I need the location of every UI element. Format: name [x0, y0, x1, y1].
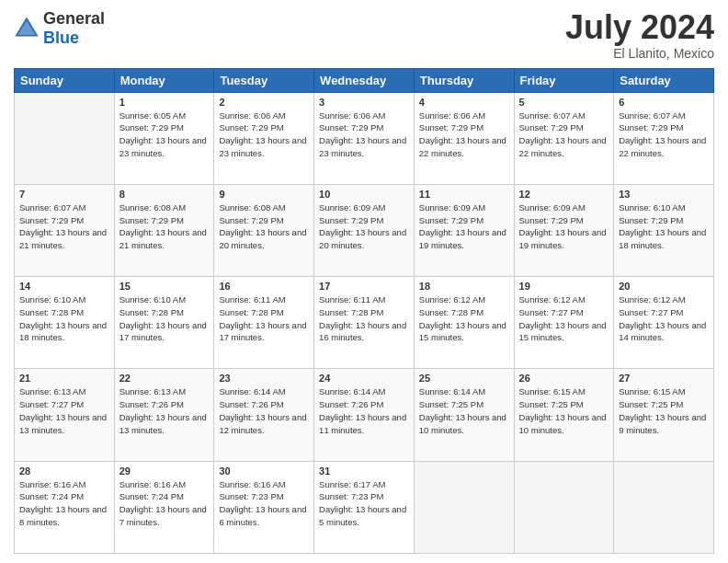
day-info: Sunrise: 6:11 AMSunset: 7:28 PMDaylight:…	[319, 293, 409, 344]
col-wednesday: Wednesday	[314, 68, 415, 92]
day-cell	[15, 92, 115, 184]
col-monday: Monday	[114, 68, 214, 92]
day-cell: 2Sunrise: 6:06 AMSunset: 7:29 PMDaylight…	[214, 92, 314, 184]
col-friday: Friday	[514, 68, 614, 92]
day-cell: 30Sunrise: 6:16 AMSunset: 7:23 PMDayligh…	[214, 461, 314, 553]
day-number: 10	[319, 189, 409, 200]
day-cell: 7Sunrise: 6:07 AMSunset: 7:29 PMDaylight…	[15, 184, 115, 276]
day-info: Sunrise: 6:15 AMSunset: 7:25 PMDaylight:…	[519, 385, 609, 436]
day-number: 25	[419, 373, 509, 384]
day-info: Sunrise: 6:13 AMSunset: 7:27 PMDaylight:…	[19, 385, 109, 436]
day-info: Sunrise: 6:13 AMSunset: 7:26 PMDaylight:…	[119, 385, 210, 436]
day-number: 14	[19, 281, 109, 292]
logo-general: General	[43, 9, 105, 28]
day-number: 31	[319, 465, 409, 477]
day-cell	[514, 461, 614, 553]
day-number: 17	[319, 281, 409, 292]
day-number: 26	[519, 373, 609, 384]
day-number: 23	[219, 373, 309, 384]
day-info: Sunrise: 6:08 AMSunset: 7:29 PMDaylight:…	[119, 201, 210, 252]
day-cell: 31Sunrise: 6:17 AMSunset: 7:23 PMDayligh…	[314, 461, 415, 553]
day-number: 18	[419, 281, 509, 292]
day-cell: 8Sunrise: 6:08 AMSunset: 7:29 PMDaylight…	[114, 184, 214, 276]
day-info: Sunrise: 6:12 AMSunset: 7:27 PMDaylight:…	[519, 293, 609, 344]
day-number: 24	[319, 373, 409, 384]
day-info: Sunrise: 6:14 AMSunset: 7:26 PMDaylight:…	[219, 385, 309, 436]
day-cell: 1Sunrise: 6:05 AMSunset: 7:29 PMDaylight…	[114, 92, 214, 184]
day-number: 9	[219, 189, 309, 200]
logo-icon	[14, 16, 40, 41]
day-cell: 11Sunrise: 6:09 AMSunset: 7:29 PMDayligh…	[414, 184, 514, 276]
day-cell: 3Sunrise: 6:06 AMSunset: 7:29 PMDaylight…	[314, 92, 415, 184]
day-number: 21	[19, 373, 109, 384]
col-saturday: Saturday	[614, 68, 714, 92]
location: El Llanito, Mexico	[565, 46, 714, 61]
day-number: 15	[119, 281, 210, 292]
day-cell	[614, 461, 714, 553]
day-info: Sunrise: 6:06 AMSunset: 7:29 PMDaylight:…	[419, 109, 509, 160]
day-cell: 10Sunrise: 6:09 AMSunset: 7:29 PMDayligh…	[314, 184, 415, 276]
header-row: Sunday Monday Tuesday Wednesday Thursday…	[15, 68, 714, 92]
logo: General Blue	[14, 9, 105, 48]
day-info: Sunrise: 6:08 AMSunset: 7:29 PMDaylight:…	[219, 201, 309, 252]
day-cell: 21Sunrise: 6:13 AMSunset: 7:27 PMDayligh…	[15, 369, 115, 461]
week-row-1: 1Sunrise: 6:05 AMSunset: 7:29 PMDaylight…	[15, 92, 714, 184]
day-info: Sunrise: 6:07 AMSunset: 7:29 PMDaylight:…	[619, 109, 709, 160]
day-cell: 18Sunrise: 6:12 AMSunset: 7:28 PMDayligh…	[414, 277, 514, 369]
day-number: 13	[619, 189, 709, 200]
day-info: Sunrise: 6:06 AMSunset: 7:29 PMDaylight:…	[219, 109, 309, 160]
day-number: 29	[119, 465, 210, 477]
col-sunday: Sunday	[15, 68, 115, 92]
day-info: Sunrise: 6:14 AMSunset: 7:25 PMDaylight:…	[419, 385, 509, 436]
day-cell: 5Sunrise: 6:07 AMSunset: 7:29 PMDaylight…	[514, 92, 614, 184]
week-row-4: 21Sunrise: 6:13 AMSunset: 7:27 PMDayligh…	[15, 369, 714, 461]
day-number: 7	[19, 189, 109, 200]
day-number: 27	[619, 373, 709, 384]
day-number: 4	[419, 97, 509, 108]
day-cell: 13Sunrise: 6:10 AMSunset: 7:29 PMDayligh…	[614, 184, 714, 276]
day-number: 1	[119, 97, 210, 108]
day-number: 3	[319, 97, 409, 108]
day-number: 22	[119, 373, 210, 384]
day-cell: 6Sunrise: 6:07 AMSunset: 7:29 PMDaylight…	[614, 92, 714, 184]
col-tuesday: Tuesday	[214, 68, 314, 92]
day-number: 20	[619, 281, 709, 292]
day-info: Sunrise: 6:12 AMSunset: 7:27 PMDaylight:…	[619, 293, 709, 344]
day-number: 2	[219, 97, 309, 108]
day-info: Sunrise: 6:16 AMSunset: 7:24 PMDaylight:…	[19, 478, 109, 529]
day-cell: 22Sunrise: 6:13 AMSunset: 7:26 PMDayligh…	[114, 369, 214, 461]
day-info: Sunrise: 6:07 AMSunset: 7:29 PMDaylight:…	[19, 201, 109, 252]
day-info: Sunrise: 6:14 AMSunset: 7:26 PMDaylight:…	[319, 385, 409, 436]
week-row-3: 14Sunrise: 6:10 AMSunset: 7:28 PMDayligh…	[15, 277, 714, 369]
day-number: 16	[219, 281, 309, 292]
day-cell	[414, 461, 514, 553]
day-number: 28	[19, 465, 109, 477]
day-info: Sunrise: 6:09 AMSunset: 7:29 PMDaylight:…	[519, 201, 609, 252]
day-info: Sunrise: 6:15 AMSunset: 7:25 PMDaylight:…	[619, 385, 709, 436]
week-row-5: 28Sunrise: 6:16 AMSunset: 7:24 PMDayligh…	[15, 461, 714, 553]
calendar-table: Sunday Monday Tuesday Wednesday Thursday…	[14, 68, 714, 554]
day-cell: 23Sunrise: 6:14 AMSunset: 7:26 PMDayligh…	[214, 369, 314, 461]
day-info: Sunrise: 6:07 AMSunset: 7:29 PMDaylight:…	[519, 109, 609, 160]
day-cell: 12Sunrise: 6:09 AMSunset: 7:29 PMDayligh…	[514, 184, 614, 276]
day-cell: 19Sunrise: 6:12 AMSunset: 7:27 PMDayligh…	[514, 277, 614, 369]
day-info: Sunrise: 6:11 AMSunset: 7:28 PMDaylight:…	[219, 293, 309, 344]
day-info: Sunrise: 6:10 AMSunset: 7:28 PMDaylight:…	[119, 293, 210, 344]
day-number: 8	[119, 189, 210, 200]
header: General Blue July 2024 El Llanito, Mexic…	[14, 9, 714, 61]
day-cell: 15Sunrise: 6:10 AMSunset: 7:28 PMDayligh…	[114, 277, 214, 369]
day-number: 12	[519, 189, 609, 200]
day-number: 5	[519, 97, 609, 108]
day-info: Sunrise: 6:10 AMSunset: 7:28 PMDaylight:…	[19, 293, 109, 344]
day-info: Sunrise: 6:06 AMSunset: 7:29 PMDaylight:…	[319, 109, 409, 160]
day-number: 11	[419, 189, 509, 200]
day-info: Sunrise: 6:12 AMSunset: 7:28 PMDaylight:…	[419, 293, 509, 344]
day-number: 19	[519, 281, 609, 292]
day-cell: 4Sunrise: 6:06 AMSunset: 7:29 PMDaylight…	[414, 92, 514, 184]
week-row-2: 7Sunrise: 6:07 AMSunset: 7:29 PMDaylight…	[15, 184, 714, 276]
day-cell: 14Sunrise: 6:10 AMSunset: 7:28 PMDayligh…	[15, 277, 115, 369]
calendar-page: General Blue July 2024 El Llanito, Mexic…	[0, 0, 728, 563]
day-cell: 25Sunrise: 6:14 AMSunset: 7:25 PMDayligh…	[414, 369, 514, 461]
day-cell: 24Sunrise: 6:14 AMSunset: 7:26 PMDayligh…	[314, 369, 415, 461]
day-cell: 28Sunrise: 6:16 AMSunset: 7:24 PMDayligh…	[15, 461, 115, 553]
